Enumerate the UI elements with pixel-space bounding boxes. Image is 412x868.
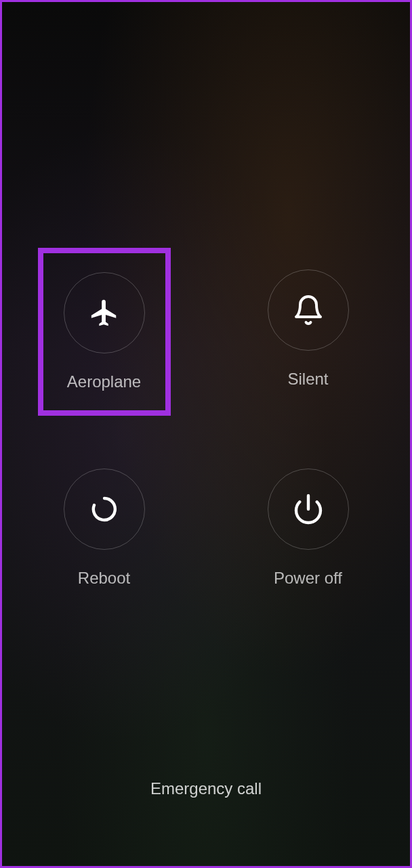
aeroplane-button[interactable]: Aeroplane	[38, 248, 171, 416]
silent-label: Silent	[287, 370, 328, 389]
aeroplane-label: Aeroplane	[67, 372, 141, 391]
power-off-label: Power off	[274, 569, 342, 588]
bell-icon	[292, 294, 325, 326]
power-menu-grid: Aeroplane Silent Reboot Power off	[2, 269, 410, 588]
reboot-button[interactable]: Reboot	[64, 469, 145, 588]
power-icon	[292, 493, 325, 525]
power-off-button[interactable]: Power off	[268, 469, 349, 588]
silent-button[interactable]: Silent	[268, 269, 349, 416]
airplane-icon-circle	[64, 272, 145, 353]
reboot-icon	[88, 493, 121, 525]
reboot-label: Reboot	[78, 569, 130, 588]
reboot-icon-circle	[64, 469, 145, 550]
power-icon-circle	[268, 469, 349, 550]
emergency-call-button[interactable]: Emergency call	[2, 779, 410, 798]
bell-icon-circle	[268, 269, 349, 351]
airplane-icon	[89, 297, 120, 328]
